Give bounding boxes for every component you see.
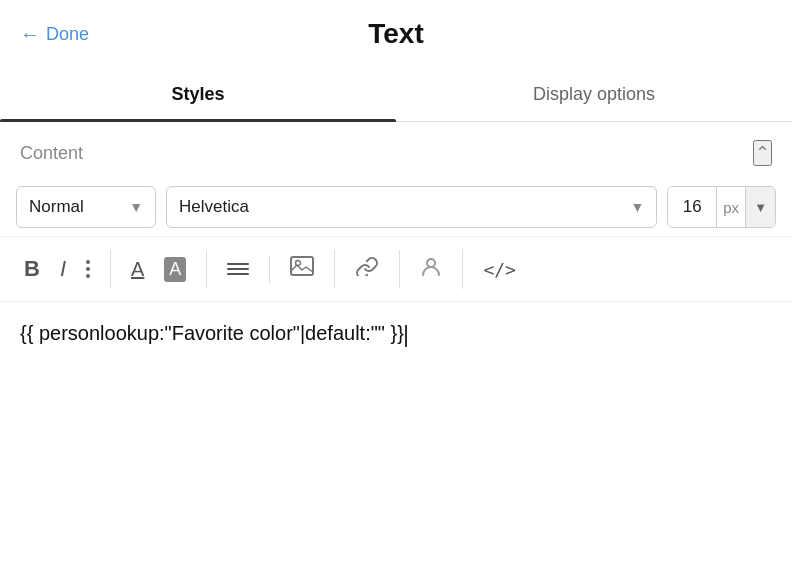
background-color-button[interactable]: A	[156, 251, 194, 288]
content-editor[interactable]: {{ personlookup:"Favorite color"|default…	[0, 302, 792, 422]
font-dropdown[interactable]: Helvetica ▼	[166, 186, 657, 228]
bold-button[interactable]: B	[16, 250, 48, 288]
toolbar-group-person	[400, 249, 463, 289]
tab-display-options[interactable]: Display options	[396, 68, 792, 121]
link-icon	[355, 256, 379, 282]
content-text: {{ personlookup:"Favorite color"|default…	[20, 322, 404, 344]
person-icon	[420, 255, 442, 283]
background-a-icon: A	[164, 257, 186, 282]
page-header: ← Done Text	[0, 0, 792, 68]
toolbar-group-code: </>	[463, 253, 536, 286]
insert-person-button[interactable]	[412, 249, 450, 289]
font-dropdown-value: Helvetica	[179, 197, 249, 217]
collapse-section-button[interactable]: ⌃	[753, 140, 772, 166]
font-size-stepper-icon: ▼	[754, 200, 767, 215]
svg-rect-0	[291, 257, 313, 275]
code-icon: </>	[483, 259, 516, 280]
tab-bar: Styles Display options	[0, 68, 792, 122]
toolbar-group-text-style: B I	[16, 250, 111, 288]
tab-styles[interactable]: Styles	[0, 68, 396, 121]
text-cursor	[405, 325, 407, 347]
done-label: Done	[46, 24, 89, 45]
insert-code-button[interactable]: </>	[475, 253, 524, 286]
image-icon	[290, 256, 314, 282]
insert-image-button[interactable]	[282, 250, 322, 288]
page-title: Text	[368, 18, 424, 50]
more-options-icon	[86, 257, 90, 281]
align-icon	[227, 261, 249, 277]
style-dropdown[interactable]: Normal ▼	[16, 186, 156, 228]
content-section-header: Content ⌃	[0, 122, 792, 178]
font-size-input[interactable]	[668, 187, 716, 227]
back-arrow-icon: ←	[20, 23, 40, 46]
done-button[interactable]: ← Done	[20, 23, 89, 46]
toolbar-group-color: A A	[111, 251, 207, 288]
text-toolbar: B I A A	[0, 236, 792, 302]
svg-point-2	[427, 259, 435, 267]
formatting-controls: Normal ▼ Helvetica ▼ px ▼	[0, 178, 792, 236]
font-size-unit: px	[716, 187, 746, 227]
style-dropdown-arrow-icon: ▼	[129, 199, 143, 215]
more-options-button[interactable]	[78, 251, 98, 287]
italic-icon: I	[60, 256, 66, 282]
bold-icon: B	[24, 256, 40, 282]
style-dropdown-value: Normal	[29, 197, 84, 217]
underline-a-icon: A	[131, 258, 144, 281]
section-title: Content	[20, 143, 83, 164]
align-button[interactable]	[219, 255, 257, 283]
font-size-control: px ▼	[667, 186, 776, 228]
underline-color-button[interactable]: A	[123, 252, 152, 287]
toolbar-group-align	[207, 255, 270, 283]
italic-button[interactable]: I	[52, 250, 74, 288]
font-size-stepper-button[interactable]: ▼	[746, 187, 775, 227]
toolbar-group-image	[270, 250, 335, 288]
toolbar-group-link	[335, 250, 400, 288]
font-dropdown-arrow-icon: ▼	[630, 199, 644, 215]
insert-link-button[interactable]	[347, 250, 387, 288]
